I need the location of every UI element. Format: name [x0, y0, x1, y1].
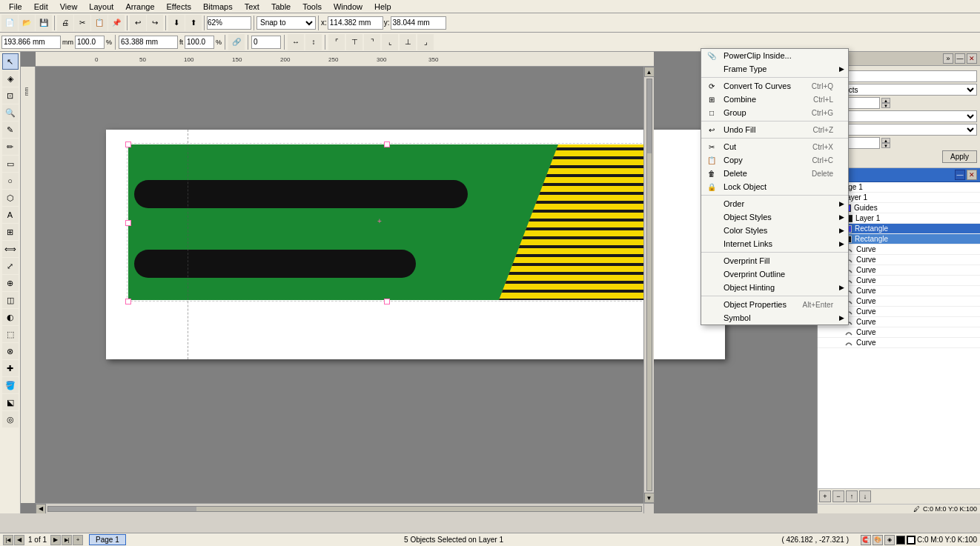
new-layer-btn[interactable]: + [819, 490, 831, 502]
width-input[interactable] [1, 36, 61, 49]
layer-down-btn[interactable]: ↓ [859, 490, 871, 502]
eyedropper-tool[interactable]: ✚ [2, 360, 19, 376]
envelope-tool[interactable]: ⬚ [2, 326, 19, 342]
hscroll-bar[interactable]: ◀ ▶ [36, 503, 654, 513]
ellipse-tool[interactable]: ○ [2, 173, 19, 189]
obj-header-close-btn[interactable]: ✕ [967, 170, 977, 180]
menu-file[interactable]: File [3, 2, 28, 11]
ctx-convert[interactable]: ⟳ Convert To Curves Ctrl+Q [701, 79, 848, 93]
cut-tb-btn[interactable]: ✂ [74, 15, 90, 31]
handle-bc[interactable] [384, 299, 390, 304]
angle-input[interactable] [251, 36, 281, 49]
ctx-overprintoutline[interactable]: Overprint Outline [701, 267, 848, 281]
page-tab[interactable]: Page 1 [89, 534, 126, 545]
align-tc-btn[interactable]: ⊤ [346, 34, 362, 50]
x-input[interactable] [328, 16, 383, 30]
ctx-lockobj[interactable]: 🔒 Lock Object [701, 180, 848, 193]
height-pct-input[interactable] [185, 36, 214, 49]
obj-curve10[interactable]: Curve [818, 338, 980, 348]
lens-tool[interactable]: ⊗ [2, 343, 19, 359]
align-bc-btn[interactable]: ⊥ [400, 34, 416, 50]
undo-btn[interactable]: ↩ [130, 15, 146, 31]
num-down-btn[interactable]: ▼ [881, 143, 890, 148]
zoom-tool[interactable]: 🔍 [2, 104, 19, 121]
blend-tool[interactable]: ⊕ [2, 275, 19, 291]
copy-tb-btn[interactable]: 📋 [91, 15, 107, 31]
align-bl-btn[interactable]: ⌞ [382, 34, 398, 50]
align-tr-btn[interactable]: ⌝ [364, 34, 380, 50]
ctx-colorstyles[interactable]: Color Styles [701, 224, 848, 237]
hscroll-left-btn[interactable]: ◀ [36, 504, 46, 514]
dim1-down-btn[interactable]: ▼ [881, 103, 890, 108]
ctx-order[interactable]: Order [701, 197, 848, 210]
select-tool[interactable]: ↖ [2, 53, 19, 70]
snap-indicator[interactable]: 🧲 [861, 535, 871, 545]
last-page-btn[interactable]: ▶| [62, 535, 72, 545]
open-btn[interactable]: 📂 [19, 15, 35, 31]
import-btn[interactable]: ⬇ [168, 15, 185, 31]
menu-bitmaps[interactable]: Bitmaps [197, 2, 239, 11]
height-input[interactable] [119, 36, 178, 49]
ctx-combine[interactable]: ⊞ Combine Ctrl+L [701, 93, 848, 106]
vscroll-down-btn[interactable]: ▼ [644, 493, 655, 503]
delete-layer-btn[interactable]: − [832, 490, 844, 502]
obj-curve9[interactable]: Curve [818, 327, 980, 338]
width-pct-input[interactable] [75, 36, 105, 49]
obj-header-minimize-btn[interactable]: — [955, 170, 965, 180]
save-btn[interactable]: 💾 [36, 15, 52, 31]
panel-minimize-btn[interactable]: — [955, 53, 965, 64]
hscroll-thumb[interactable] [48, 507, 196, 511]
vscroll-thumb[interactable] [647, 79, 652, 153]
ctx-powerclip[interactable]: 📎 PowerClip Inside... [701, 49, 848, 62]
menu-table[interactable]: Table [265, 2, 297, 11]
vscroll-bar[interactable]: ▲ ▼ [643, 67, 654, 503]
ctx-copy[interactable]: 📋 Copy Ctrl+C [701, 153, 848, 167]
export-btn[interactable]: ⬆ [185, 15, 202, 31]
panel-expand-btn[interactable]: » [943, 53, 953, 64]
add-page-btn[interactable]: + [73, 535, 83, 545]
ctx-cut[interactable]: ✂ Cut Ctrl+X [701, 140, 848, 153]
ctx-undofill[interactable]: ↩ Undo Fill Ctrl+Z [701, 123, 848, 136]
handle-bl[interactable] [125, 299, 131, 304]
ctx-delete[interactable]: 🗑 Delete Delete [701, 167, 848, 180]
ctx-symbol[interactable]: Symbol [701, 311, 848, 324]
ctx-objecthinting[interactable]: Object Hinting [701, 281, 848, 294]
handle-tl[interactable] [125, 142, 131, 147]
fill-tool[interactable]: 🪣 [2, 377, 19, 393]
menu-effects[interactable]: Effects [161, 2, 197, 11]
rect-tool[interactable]: ▭ [2, 156, 19, 172]
new-btn[interactable]: 📄 [1, 15, 18, 31]
color-profile-btn[interactable]: 🎨 [873, 535, 883, 545]
first-page-btn[interactable]: |◀ [3, 535, 13, 545]
extrude-tool[interactable]: ◫ [2, 292, 19, 308]
shape-tool[interactable]: ◈ [2, 70, 19, 87]
handle-tc[interactable] [384, 142, 390, 147]
flip-h-btn[interactable]: ↔ [288, 34, 304, 50]
menu-window[interactable]: Window [328, 2, 368, 11]
interactive-fill-tool[interactable]: ◎ [2, 411, 19, 427]
redo-btn[interactable]: ↪ [147, 15, 163, 31]
menu-help[interactable]: Help [368, 2, 397, 11]
menu-edit[interactable]: Edit [28, 2, 54, 11]
ctx-objectproperties[interactable]: Object Properties Alt+Enter [701, 298, 848, 311]
freehand-tool[interactable]: ✎ [2, 121, 19, 138]
menu-arrange[interactable]: Arrange [119, 2, 160, 11]
polygon-tool[interactable]: ⬡ [2, 190, 19, 206]
view-quality-btn[interactable]: ◈ [884, 535, 895, 545]
next-page-btn[interactable]: ▶ [50, 535, 61, 545]
y-input[interactable] [391, 16, 446, 30]
paste-tb-btn[interactable]: 📌 [108, 15, 125, 31]
align-tl-btn[interactable]: ⌜ [328, 34, 345, 50]
flip-v-btn[interactable]: ↕ [305, 34, 322, 50]
print-btn[interactable]: 🖨 [57, 15, 73, 31]
menu-view[interactable]: View [54, 2, 84, 11]
align-br-btn[interactable]: ⌟ [417, 34, 434, 50]
ctx-group[interactable]: □ Group Ctrl+G [701, 106, 848, 119]
crop-tool[interactable]: ⊡ [2, 87, 19, 104]
apply-button[interactable]: Apply [942, 150, 977, 163]
zoom-combo[interactable] [207, 16, 251, 30]
lock-ratio-btn[interactable]: 🔗 [228, 34, 245, 50]
menu-layout[interactable]: Layout [83, 2, 119, 11]
prev-page-btn[interactable]: ◀ [14, 535, 24, 545]
ctx-frametype[interactable]: Frame Type [701, 62, 848, 76]
